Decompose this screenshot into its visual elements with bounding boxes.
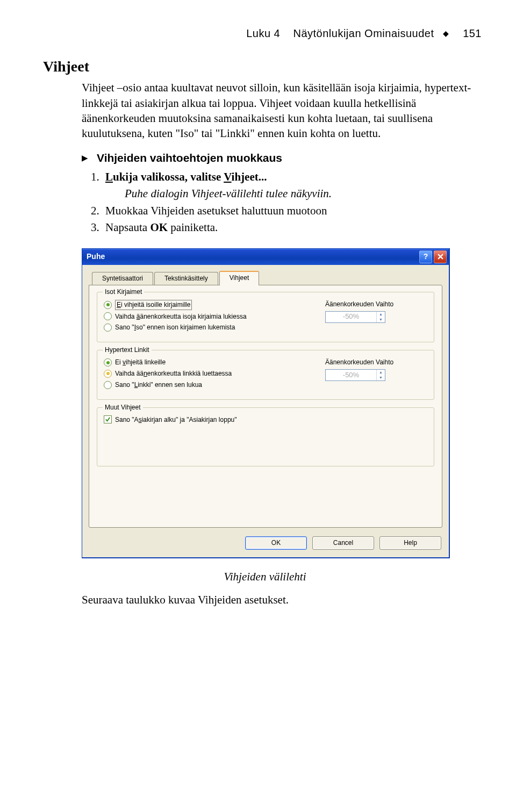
radio-icon: [104, 381, 112, 389]
chevron-up-icon[interactable]: ▲: [376, 312, 385, 317]
help-icon: ?: [424, 251, 428, 262]
pitch-spinner-links[interactable]: -50% ▲▼: [325, 369, 385, 381]
radio-icon: [104, 370, 112, 378]
step-2: Muokkaa Vihjeiden asetukset haluttuun mu…: [102, 203, 482, 220]
radio-icon: [104, 301, 112, 309]
radio-say-linkki[interactable]: Sano "Linkki" ennen sen lukua: [104, 380, 320, 390]
group-hypertext-linkit: Hypertext Linkit Ei vihjeitä linkeille V…: [97, 350, 434, 399]
dialog-buttons: OK Cancel Help: [82, 534, 449, 557]
puhe-dialog: Puhe ? Syntetisaattori Tekstinkäsittely …: [82, 248, 450, 558]
radio-no-link-hint[interactable]: Ei vihjeitä linkeille: [104, 358, 320, 367]
page-header: Luku 4 Näytönlukijan Ominaisuudet ◆ 151: [43, 26, 482, 41]
chevron-down-icon[interactable]: ▼: [376, 317, 385, 322]
step-3: Napsauta OK painiketta.: [102, 219, 482, 236]
step-1: Lukija valikossa, valitse Vihjeet... Puh…: [102, 169, 482, 203]
pitch-label: Äänenkorkeuden Vaihto: [325, 300, 427, 309]
ok-button[interactable]: OK: [245, 536, 307, 550]
radio-pitch-caps[interactable]: Vaihda äänenkorkeutta isoja kirjaimia lu…: [104, 312, 320, 321]
radio-pitch-link[interactable]: Vaihda äänenkorkeutta linkkiä luettaessa: [104, 369, 320, 378]
tab-panel: Isot Kirjaimet Ei vihjeitä isoille kirja…: [89, 285, 442, 528]
radio-icon: [104, 312, 112, 320]
steps-list: Lukija valikossa, valitse Vihjeet... Puh…: [82, 169, 482, 236]
checkbox-icon: [104, 415, 112, 423]
pitch-value: -50%: [326, 370, 376, 380]
radio-icon: [104, 324, 112, 332]
subsection-title: Vihjeiden vaihtoehtojen muokkaus: [97, 150, 282, 166]
triangle-icon: ▶: [82, 152, 88, 163]
check-doc-begin-end[interactable]: Sano "Asiakirjan alku" ja "Asiakirjan lo…: [104, 415, 427, 425]
cancel-button[interactable]: Cancel: [312, 536, 374, 550]
chapter-title: Näytönlukijan Ominaisuudet: [293, 27, 434, 39]
chevron-down-icon[interactable]: ▼: [376, 375, 385, 380]
close-button[interactable]: [434, 250, 447, 263]
pitch-value: -50%: [326, 312, 376, 321]
group-title: Hypertext Linkit: [103, 346, 152, 355]
page-number: 151: [463, 27, 482, 39]
close-icon: [438, 254, 443, 260]
pitch-spinner-caps[interactable]: -50% ▲▼: [325, 311, 385, 323]
group-isot-kirjaimet: Isot Kirjaimet Ei vihjeitä isoille kirja…: [97, 292, 434, 342]
pitch-label: Äänenkorkeuden Vaihto: [325, 358, 427, 367]
help-button-bottom[interactable]: Help: [379, 536, 441, 550]
chevron-up-icon[interactable]: ▲: [376, 370, 385, 375]
radio-no-caps-hint[interactable]: Ei vihjeitä isoille kirjaimille: [104, 300, 320, 310]
group-title: Isot Kirjaimet: [103, 288, 144, 297]
radio-icon: [104, 358, 112, 367]
diamond-icon: ◆: [443, 28, 449, 39]
step-1-sub: Puhe dialogin Vihjeet-välilehti tulee nä…: [125, 185, 482, 203]
group-title: Muut Vihjeet: [103, 403, 143, 412]
help-button[interactable]: ?: [419, 250, 432, 263]
tabs-row: Syntetisaattori Tekstinkäsittely Vihjeet: [82, 265, 449, 285]
radio-say-iso[interactable]: Sano "Iso" ennen ison kirjaimen lukemist…: [104, 323, 320, 332]
subsection-heading: ▶ Vihjeiden vaihtoehtojen muokkaus: [82, 150, 482, 166]
group-muut-vihjeet: Muut Vihjeet Sano "Asiakirjan alku" ja "…: [97, 407, 434, 466]
trailing-text: Seuraava taulukko kuvaa Vihjeiden asetuk…: [82, 592, 482, 608]
chapter-label: Luku 4: [246, 27, 280, 39]
dialog-titlebar[interactable]: Puhe ?: [82, 249, 449, 265]
tab-tekstinkasittely[interactable]: Tekstinkäsittely: [154, 272, 218, 285]
figure-caption: Vihjeiden välilehti: [82, 569, 448, 585]
intro-paragraph: Vihjeet –osio antaa kuultavat neuvot sil…: [82, 80, 482, 141]
dialog-title: Puhe: [87, 251, 105, 262]
section-title: Vihjeet: [43, 56, 482, 77]
tab-vihjeet[interactable]: Vihjeet: [219, 271, 259, 285]
tab-syntetisaattori[interactable]: Syntetisaattori: [92, 272, 153, 285]
